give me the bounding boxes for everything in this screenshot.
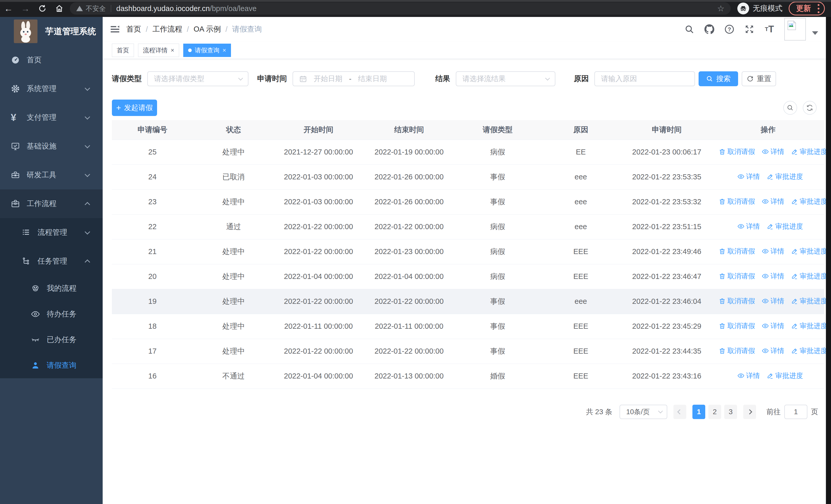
search-button[interactable]: 搜索 <box>698 71 738 86</box>
cell-status: 处理中 <box>193 289 274 314</box>
progress-link[interactable]: 审批进度 <box>791 346 827 355</box>
trash-icon <box>719 297 726 305</box>
progress-link[interactable]: 审批进度 <box>791 197 827 206</box>
sidebar-item-我的流程[interactable]: 我的流程 <box>0 276 103 301</box>
sidebar-item-系统管理[interactable]: 系统管理 <box>0 75 103 103</box>
cell-end: 2022-01-13 00:00:00 <box>363 364 455 388</box>
trash-icon <box>719 248 726 255</box>
sidebar-item-研发工具[interactable]: 研发工具 <box>0 161 103 189</box>
page-scrollbar[interactable] <box>826 17 831 504</box>
cancel-link[interactable]: 取消请假 <box>719 346 755 355</box>
detail-link[interactable]: 详情 <box>737 172 760 181</box>
cancel-link[interactable]: 取消请假 <box>719 296 755 306</box>
column-header: 申请编号 <box>112 120 193 140</box>
leave-type-placeholder: 请选择请假类型 <box>154 74 204 84</box>
detail-link[interactable]: 详情 <box>762 346 784 355</box>
page-button-2[interactable]: 2 <box>708 405 721 419</box>
result-select[interactable]: 请选择流结果 <box>456 71 555 86</box>
detail-link[interactable]: 详情 <box>762 271 784 281</box>
sidebar-item-支付管理[interactable]: ¥支付管理 <box>0 103 103 132</box>
tag-首页[interactable]: 首页 <box>112 43 134 57</box>
goto-page-input[interactable] <box>784 405 807 419</box>
trash-icon <box>719 347 726 354</box>
address-bar[interactable]: 不安全 dashboard.yudao.iocoder.cn/bpm/oa/le… <box>70 2 730 14</box>
breadcrumb-item[interactable]: OA 示例 <box>194 24 221 34</box>
progress-link[interactable]: 审批进度 <box>791 321 827 330</box>
reason-input-wrap <box>594 71 695 86</box>
tag-请假查询[interactable]: 请假查询× <box>183 43 231 57</box>
browser-menu-icon[interactable] <box>818 4 820 13</box>
apply-time-range-picker[interactable]: 开始日期 - 结束日期 <box>292 71 415 86</box>
browser-back-button[interactable]: ← <box>0 0 17 17</box>
close-icon[interactable]: × <box>171 47 174 53</box>
refresh-icon <box>38 4 47 12</box>
cancel-link[interactable]: 取消请假 <box>719 271 755 281</box>
sidebar-item-首页[interactable]: 首页 <box>0 46 103 75</box>
browser-home-button[interactable] <box>51 0 68 17</box>
browser-refresh-button[interactable] <box>34 0 51 17</box>
prev-page-button[interactable] <box>674 405 686 419</box>
detail-link[interactable]: 详情 <box>762 197 784 206</box>
cancel-link[interactable]: 取消请假 <box>719 197 755 206</box>
reason-input[interactable] <box>601 75 688 83</box>
sidebar-item-请假查询[interactable]: 请假查询 <box>0 353 103 378</box>
tag-流程详情[interactable]: 流程详情× <box>138 43 179 57</box>
page-size-select[interactable]: 10条/页 <box>620 405 667 419</box>
cancel-link[interactable]: 取消请假 <box>719 321 755 330</box>
bookmark-star-icon[interactable]: ☆ <box>717 4 724 13</box>
next-page-button[interactable] <box>743 405 756 419</box>
leave-type-select[interactable]: 请选择请假类型 <box>147 71 249 86</box>
fullscreen-button[interactable] <box>744 24 754 34</box>
browser-update-button[interactable]: 更新 <box>789 2 825 16</box>
progress-link[interactable]: 审批进度 <box>767 371 803 380</box>
detail-link[interactable]: 详情 <box>762 247 784 256</box>
briefcase-icon <box>11 199 20 208</box>
chevron-down-icon <box>85 85 90 91</box>
progress-link[interactable]: 审批进度 <box>791 147 827 156</box>
progress-link[interactable]: 审批进度 <box>791 271 827 281</box>
security-warning[interactable]: 不安全 <box>76 4 106 13</box>
close-icon[interactable]: × <box>223 47 226 53</box>
progress-link[interactable]: 审批进度 <box>791 296 827 306</box>
help-button[interactable]: ? <box>724 24 735 34</box>
cancel-link[interactable]: 取消请假 <box>719 247 755 256</box>
detail-link[interactable]: 详情 <box>737 222 760 231</box>
action-label: 审批进度 <box>800 346 827 355</box>
sidebar-item-任务管理[interactable]: 任务管理 <box>0 247 103 276</box>
avatar-dropdown-caret[interactable] <box>812 31 818 35</box>
sidebar-item-待办任务[interactable]: 待办任务 <box>0 301 103 327</box>
user-avatar[interactable] <box>784 18 806 40</box>
cell-actions: 取消请假详情审批进度 <box>712 239 824 264</box>
create-leave-button[interactable]: + 发起请假 <box>112 99 157 116</box>
browser-forward-button[interactable]: → <box>17 0 34 17</box>
header-search-button[interactable] <box>684 24 694 34</box>
sidebar-fold-button[interactable] <box>108 22 122 36</box>
github-link[interactable] <box>704 24 715 34</box>
sidebar-item-工作流程[interactable]: 工作流程 <box>0 189 103 218</box>
detail-link[interactable]: 详情 <box>762 296 784 306</box>
toggle-search-button[interactable] <box>783 101 797 115</box>
sidebar-item-流程管理[interactable]: 流程管理 <box>0 218 103 247</box>
progress-link[interactable]: 审批进度 <box>767 172 803 181</box>
sidebar-item-已办任务[interactable]: 已办任务 <box>0 327 103 353</box>
detail-link[interactable]: 详情 <box>762 321 784 330</box>
app-logo-row[interactable]: 芋道管理系统 <box>0 17 103 46</box>
cancel-link[interactable]: 取消请假 <box>719 147 755 156</box>
font-size-button[interactable]: TT <box>764 24 775 34</box>
reset-button[interactable]: 重置 <box>742 71 776 86</box>
cell-id: 23 <box>112 189 193 214</box>
page-button-3[interactable]: 3 <box>724 405 737 419</box>
cell-type: 事假 <box>455 189 540 214</box>
breadcrumb-separator: / <box>187 25 189 34</box>
breadcrumb-item[interactable]: 首页 <box>126 24 141 34</box>
detail-link[interactable]: 详情 <box>762 147 784 156</box>
action-label: 取消请假 <box>727 296 755 306</box>
progress-link[interactable]: 审批进度 <box>767 222 803 231</box>
sidebar-item-基础设施[interactable]: 基础设施 <box>0 132 103 161</box>
detail-link[interactable]: 详情 <box>737 371 760 380</box>
breadcrumb-item[interactable]: 工作流程 <box>152 24 182 34</box>
cell-start: 2022-01-22 00:00:00 <box>274 339 363 364</box>
page-button-1[interactable]: 1 <box>692 405 705 419</box>
refresh-table-button[interactable] <box>803 101 816 115</box>
progress-link[interactable]: 审批进度 <box>791 247 827 256</box>
